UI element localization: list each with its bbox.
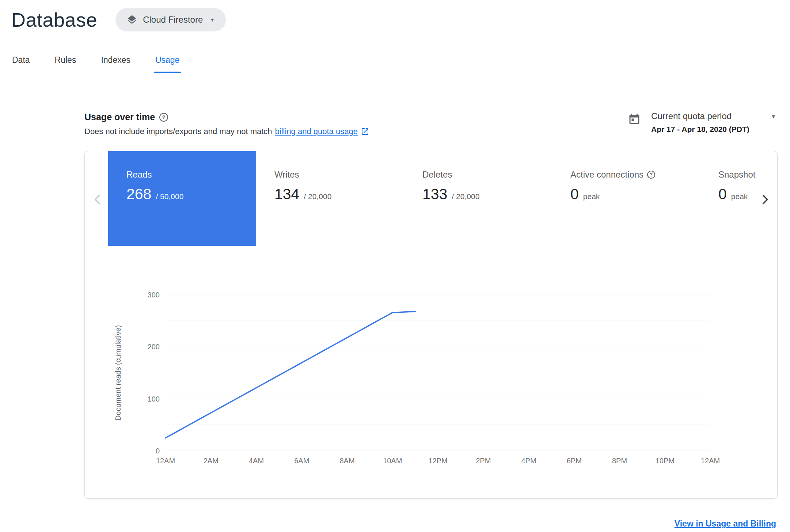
metric-tile-snapshot[interactable]: Snapshot 0 peak (700, 151, 778, 246)
svg-text:300: 300 (148, 291, 160, 299)
metric-tile-active-connections[interactable]: Active connections ? 0 peak (552, 151, 700, 246)
usage-card: Reads 268 / 50,000 Writes 134 / 20,000 D… (84, 151, 778, 499)
calendar-icon (628, 113, 641, 134)
external-link-icon (361, 127, 369, 136)
quota-period: Current quota period ▼ Apr 17 - Apr 18, … (628, 111, 776, 134)
metric-label: Deletes (422, 170, 452, 180)
chevron-left-icon (92, 193, 104, 206)
metric-value: 0 (718, 186, 727, 203)
tab-usage[interactable]: Usage (155, 48, 180, 73)
chevron-down-icon: ▼ (771, 113, 776, 119)
page-title: Database (11, 8, 97, 31)
svg-text:4PM: 4PM (521, 457, 536, 465)
metric-limit: / 50,000 (156, 192, 183, 201)
svg-text:2AM: 2AM (204, 457, 219, 465)
firestore-icon (126, 14, 137, 25)
product-selector[interactable]: Cloud Firestore ▼ (115, 8, 226, 31)
quota-period-label: Current quota period (651, 111, 732, 121)
svg-text:100: 100 (148, 395, 160, 403)
svg-text:Document reads (cumulative): Document reads (cumulative) (114, 325, 122, 421)
help-icon[interactable]: ? (647, 171, 655, 179)
usage-billing-link[interactable]: View in Usage and Billing (675, 519, 776, 529)
quota-period-selector[interactable]: Current quota period ▼ (651, 111, 776, 121)
metric-tiles: Reads 268 / 50,000 Writes 134 / 20,000 D… (108, 151, 778, 246)
svg-text:12AM: 12AM (701, 457, 720, 465)
metric-label: Writes (274, 170, 299, 180)
page-header: Database Cloud Firestore ▼ (11, 8, 226, 31)
metric-limit: / 20,000 (304, 192, 331, 201)
section-subtitle-text: Does not include imports/exports and may… (84, 127, 272, 136)
usage-chart: 010020030012AM2AM4AM6AM8AM10AM12PM2PM4PM… (85, 283, 778, 487)
billing-quota-link[interactable]: billing and quota usage (275, 127, 358, 136)
svg-text:6PM: 6PM (567, 457, 582, 465)
svg-text:8PM: 8PM (612, 457, 627, 465)
usage-section-head: Usage over time ? Does not include impor… (84, 112, 369, 136)
metric-label: Reads (126, 170, 152, 180)
help-icon[interactable]: ? (159, 113, 168, 122)
product-selector-label: Cloud Firestore (143, 15, 203, 25)
svg-text:6AM: 6AM (294, 457, 309, 465)
metric-tile-writes[interactable]: Writes 134 / 20,000 (256, 151, 404, 246)
metric-label: Snapshot (718, 170, 755, 180)
svg-text:200: 200 (148, 343, 160, 351)
tab-rules[interactable]: Rules (54, 48, 77, 73)
svg-text:10AM: 10AM (383, 457, 402, 465)
metric-value: 133 (422, 186, 447, 203)
metric-limit: / 20,000 (452, 192, 479, 201)
quota-period-range: Apr 17 - Apr 18, 2020 (PDT) (651, 125, 776, 134)
svg-text:4AM: 4AM (249, 457, 264, 465)
tab-indexes[interactable]: Indexes (100, 48, 131, 73)
metric-tile-deletes[interactable]: Deletes 133 / 20,000 (404, 151, 552, 246)
svg-text:0: 0 (156, 447, 160, 455)
metric-tile-reads[interactable]: Reads 268 / 50,000 (108, 151, 256, 246)
metric-value: 134 (274, 186, 299, 203)
metric-value: 0 (570, 186, 579, 203)
svg-text:10PM: 10PM (656, 457, 675, 465)
metric-limit: peak (583, 192, 600, 201)
metric-label: Active connections (570, 170, 643, 180)
svg-text:8AM: 8AM (339, 457, 354, 465)
svg-text:12PM: 12PM (428, 457, 447, 465)
section-title: Usage over time (84, 112, 155, 122)
metric-value: 268 (126, 186, 151, 203)
metric-limit: peak (731, 192, 748, 201)
svg-text:2PM: 2PM (476, 457, 491, 465)
tab-bar: Data Rules Indexes Usage (0, 48, 790, 73)
svg-text:12AM: 12AM (156, 457, 175, 465)
carousel-prev-button[interactable] (90, 191, 106, 208)
chevron-down-icon: ▼ (210, 17, 215, 23)
tab-data[interactable]: Data (11, 48, 31, 73)
firestore-usage-page: Database Cloud Firestore ▼ Data Rules In… (0, 0, 790, 532)
